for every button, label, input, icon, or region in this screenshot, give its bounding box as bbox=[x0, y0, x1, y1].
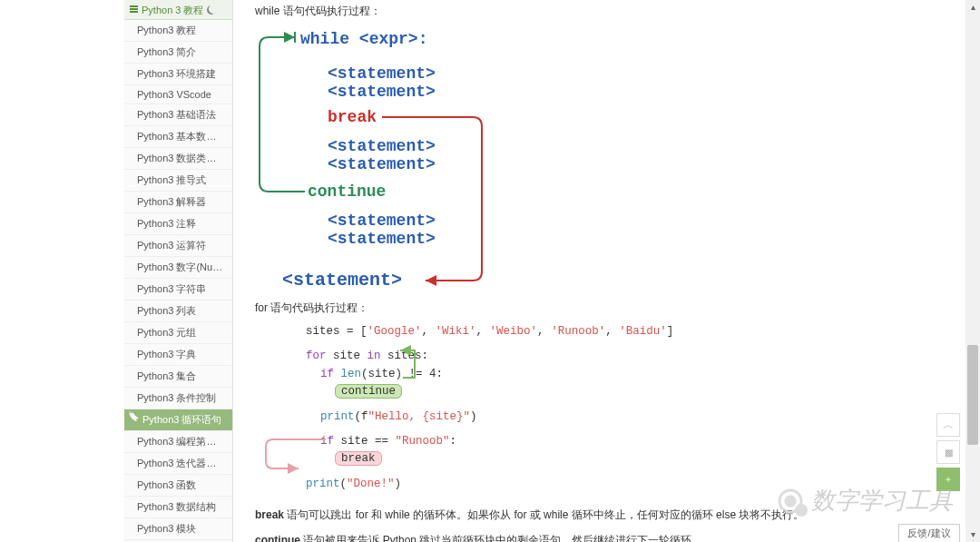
sidebar-item[interactable]: Python3 数字(Number) bbox=[124, 257, 232, 279]
add-button[interactable]: ＋ bbox=[936, 468, 960, 491]
kw-while: while bbox=[300, 30, 349, 48]
sidebar-item[interactable]: Python3 字典 bbox=[124, 344, 232, 366]
code-line: if len(site) != 4: bbox=[306, 366, 938, 383]
stmt-1: <statement> bbox=[328, 64, 436, 83]
floating-actions: ︿ ▩ ＋ bbox=[936, 413, 960, 491]
sidebar-item[interactable]: Python3 解释器 bbox=[124, 192, 232, 213]
sidebar-item[interactable]: Python3 模块 bbox=[124, 518, 232, 540]
stmt-6: <statement> bbox=[328, 230, 436, 248]
code-line: continue bbox=[306, 383, 938, 400]
code-line: if site == "Runoob": bbox=[306, 433, 938, 450]
sidebar-item[interactable]: Python3 注释 bbox=[124, 213, 232, 235]
sidebar-item[interactable]: Python3 集合 bbox=[124, 366, 232, 388]
code-line: sites = ['Google', 'Wiki', 'Weibo', 'Run… bbox=[306, 323, 938, 340]
sidebar-item[interactable]: Python3 条件控制 bbox=[124, 388, 232, 409]
sidebar-item[interactable]: Python3 简介 bbox=[124, 42, 232, 64]
kw-break: break bbox=[328, 108, 377, 126]
break-desc: break 语句可以跳出 for 和 while 的循环体。如果你从 for 或… bbox=[255, 506, 938, 524]
sidebar-item[interactable]: Python3 函数 bbox=[124, 475, 232, 497]
sidebar-title-text: Python 3 教程 bbox=[142, 0, 203, 20]
sidebar-item[interactable]: Python3 迭代器与生成器 bbox=[124, 453, 232, 475]
sidebar-item[interactable]: Python3 字符串 bbox=[124, 279, 232, 301]
sidebar-item[interactable]: Python3 教程 bbox=[124, 20, 232, 42]
stmt-3: <statement> bbox=[328, 137, 436, 155]
feedback-tab[interactable]: 反馈/建议 bbox=[898, 524, 960, 542]
sidebar-item[interactable]: Python3 推导式 bbox=[124, 170, 232, 192]
scroll-up-icon[interactable]: ▴ bbox=[965, 0, 980, 15]
code-line: for site in sites: bbox=[306, 348, 938, 365]
stmt-2: <statement> bbox=[328, 83, 436, 101]
while-diagram: while <expr>: <statement> <statement> br… bbox=[255, 26, 938, 295]
sidebar-item[interactable]: Python3 运算符 bbox=[124, 235, 232, 257]
break-pill: break bbox=[335, 451, 382, 466]
kw-expr: <expr> bbox=[359, 30, 418, 48]
code-line: break bbox=[306, 450, 938, 468]
sidebar-item[interactable]: Python3 列表 bbox=[124, 301, 232, 322]
sidebar-list: Python3 教程Python3 简介Python3 环境搭建Python3 … bbox=[124, 20, 232, 542]
scroll-down-icon[interactable]: ▾ bbox=[965, 527, 980, 542]
code-line: print("Done!") bbox=[306, 476, 938, 493]
kw-continue: continue bbox=[308, 182, 386, 201]
while-lead: while 语句代码执行过程： bbox=[255, 4, 938, 19]
stmt-4: <statement> bbox=[328, 155, 436, 173]
sidebar-item[interactable]: Python3 数据类型转换 bbox=[124, 148, 232, 170]
sidebar-item[interactable]: Python3 VScode bbox=[124, 85, 232, 104]
for-code-block: sites = ['Google', 'Wiki', 'Weibo', 'Run… bbox=[306, 323, 938, 498]
vertical-scrollbar[interactable]: ▴ ▾ bbox=[965, 0, 980, 542]
dark-mode-icon[interactable] bbox=[207, 5, 216, 15]
stmt-5: <statement> bbox=[328, 212, 436, 230]
sidebar-title: Python 3 教程 bbox=[124, 0, 232, 20]
sidebar-item[interactable]: Python3 元组 bbox=[124, 322, 232, 344]
sidebar-item[interactable]: Python3 循环语句 bbox=[124, 409, 232, 431]
sidebar-nav: Python 3 教程 Python3 教程Python3 简介Python3 … bbox=[124, 0, 233, 542]
sidebar-item[interactable]: Python3 数据结构 bbox=[124, 497, 232, 518]
for-lead: for 语句代码执行过程： bbox=[255, 301, 938, 316]
stmt-after: <statement> bbox=[282, 270, 402, 291]
qrcode-button[interactable]: ▩ bbox=[936, 440, 960, 464]
continue-pill: continue bbox=[335, 384, 402, 399]
sidebar-item[interactable]: Python3 基本数据类型 bbox=[124, 126, 232, 148]
back-to-top-button[interactable]: ︿ bbox=[936, 413, 960, 437]
menu-icon bbox=[130, 5, 138, 14]
sidebar-item[interactable]: Python3 基础语法 bbox=[124, 104, 232, 126]
scroll-thumb[interactable] bbox=[967, 345, 978, 445]
continue-desc: continue 语句被用来告诉 Python 跳过当前循环块中的剩余语句，然后… bbox=[255, 531, 938, 542]
main-content: while 语句代码执行过程： while <expr>: <statement… bbox=[233, 0, 960, 542]
sidebar-item[interactable]: Python3 环境搭建 bbox=[124, 64, 232, 85]
sidebar-item[interactable]: Python3 编程第一步 bbox=[124, 431, 232, 453]
code-line: print(f"Hello, {site}") bbox=[306, 409, 938, 426]
